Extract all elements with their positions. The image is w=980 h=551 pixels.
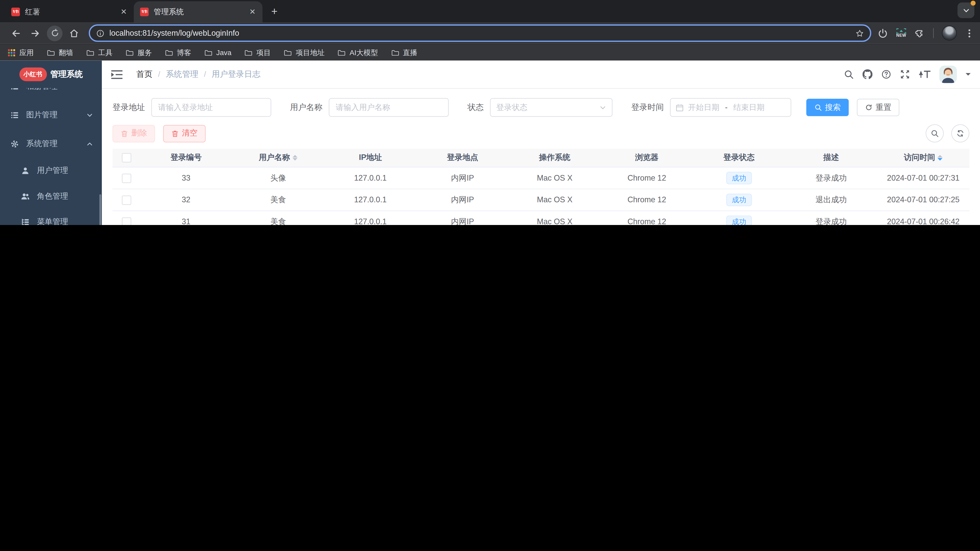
column-label: 用户名称 xyxy=(259,153,290,162)
forward-icon[interactable] xyxy=(30,28,41,38)
username-input[interactable] xyxy=(329,98,449,117)
row-checkbox[interactable] xyxy=(121,217,131,225)
bookmark-label: 应用 xyxy=(19,48,34,57)
filter-label-time: 登录时间 xyxy=(631,102,663,113)
trash-icon xyxy=(171,130,179,137)
bookmark-star-icon[interactable] xyxy=(856,29,864,37)
tab-close-icon[interactable]: ✕ xyxy=(248,7,258,17)
table-row[interactable]: 33头像127.0.0.1内网IPMac OS XChrome 12成功登录成功… xyxy=(113,167,969,189)
sidebar-fold-icon[interactable] xyxy=(111,70,123,79)
tab-close-icon[interactable]: ✕ xyxy=(119,7,129,17)
login-address-input[interactable] xyxy=(151,98,271,117)
browser-tab-2-active[interactable]: 管理系统 ✕ xyxy=(134,1,262,22)
cell-status: 成功 xyxy=(693,167,785,189)
sidebar-item-label: 用户管理 xyxy=(37,165,68,176)
bookmark-label: AI大模型 xyxy=(350,48,378,57)
status-badge: 成功 xyxy=(726,194,752,206)
row-checkbox[interactable] xyxy=(121,173,131,183)
checkbox-cell xyxy=(113,167,140,189)
breadcrumb-item[interactable]: 首页 xyxy=(136,68,153,80)
sidebar-item-相册管理[interactable]: 相册管理 xyxy=(0,88,102,100)
clear-button[interactable]: 清空 xyxy=(163,125,206,142)
user-avatar[interactable] xyxy=(939,65,957,83)
site-info-icon[interactable] xyxy=(96,29,104,37)
bookmark-item[interactable]: 工具 xyxy=(86,48,113,57)
table-row[interactable]: 32美食127.0.0.1内网IPMac OS XChrome 12成功退出成功… xyxy=(113,189,969,211)
chevron-down-icon xyxy=(600,104,606,111)
login-time-range-picker[interactable]: 开始日期 - 结束日期 xyxy=(670,98,791,117)
browser-tab-1[interactable]: 红薯 ✕ xyxy=(5,1,134,22)
column-label: 访问时间 xyxy=(904,153,935,162)
main-content: 首页/系统管理/用户登录日志 登录地址 用户名称 状态 xyxy=(102,61,980,225)
brand-badge: 小红书 xyxy=(19,67,47,81)
folder-icon xyxy=(86,48,94,57)
status-select[interactable]: 登录状态 xyxy=(490,98,612,117)
new-tab-button[interactable]: + xyxy=(266,4,283,20)
cell-user: 头像 xyxy=(232,167,325,189)
folder-icon xyxy=(165,48,173,57)
font-size-icon[interactable] xyxy=(919,69,931,79)
column-header-用户名称[interactable]: 用户名称 xyxy=(232,149,325,167)
table-row[interactable]: 31美食127.0.0.1内网IPMac OS XChrome 12成功登录成功… xyxy=(113,211,969,225)
caret-down-icon[interactable] xyxy=(966,73,971,78)
delete-button[interactable]: 删除 xyxy=(113,125,155,142)
bookmark-item[interactable]: 博客 xyxy=(165,48,191,57)
column-label: 浏览器 xyxy=(635,153,659,162)
sidebar-item-label: 图片管理 xyxy=(26,110,57,121)
window-chevron-button[interactable] xyxy=(958,3,974,18)
bookmark-item[interactable]: AI大模型 xyxy=(338,48,378,57)
row-checkbox[interactable] xyxy=(121,195,131,205)
bookmark-item[interactable]: 应用 xyxy=(7,48,34,57)
table-toolbar: 删除 清空 xyxy=(102,122,980,149)
bookmark-item[interactable]: 直播 xyxy=(391,48,417,57)
bookmark-item[interactable]: 项目 xyxy=(245,48,271,57)
column-header-访问时间[interactable]: 访问时间 xyxy=(877,149,969,167)
filter-label-status: 状态 xyxy=(468,102,484,113)
sidebar-item-系统管理[interactable]: 系统管理 xyxy=(0,129,102,158)
select-all-checkbox[interactable] xyxy=(121,153,131,162)
status-badge: 成功 xyxy=(726,216,752,225)
column-header-登录编号: 登录编号 xyxy=(140,149,232,167)
sort-carets-icon[interactable] xyxy=(293,155,298,161)
column-label: 描述 xyxy=(823,153,839,162)
list-icon xyxy=(10,88,19,91)
sidebar-item-角色管理[interactable]: 角色管理 xyxy=(0,184,102,209)
breadcrumb-separator: / xyxy=(158,70,160,79)
address-bar[interactable]: localhost:81/system/log/webLoginInfo xyxy=(89,24,871,42)
table-utility-buttons xyxy=(926,124,969,142)
trash-icon xyxy=(121,130,128,137)
sidebar-item-用户管理[interactable]: 用户管理 xyxy=(0,158,102,184)
filter-label-username: 用户名称 xyxy=(290,102,322,113)
extensions-puzzle-icon[interactable] xyxy=(915,28,925,38)
search-icon[interactable] xyxy=(844,69,854,79)
fullscreen-icon[interactable] xyxy=(900,69,910,79)
new-extension-icon[interactable]: NEW xyxy=(896,28,906,38)
toolbar-right: NEW xyxy=(877,25,974,41)
sidebar-logo[interactable]: 小红书 管理系统 xyxy=(0,61,102,88)
sidebar-item-图片管理[interactable]: 图片管理 xyxy=(0,100,102,129)
search-button[interactable]: 搜索 xyxy=(806,99,849,116)
sort-carets-icon[interactable] xyxy=(938,155,943,161)
reload-button[interactable] xyxy=(47,25,62,41)
bookmark-item[interactable]: Java xyxy=(204,48,231,57)
github-icon[interactable] xyxy=(862,69,873,79)
folder-icon xyxy=(47,48,55,57)
refresh-table-button[interactable] xyxy=(951,124,969,142)
home-icon[interactable] xyxy=(68,28,80,38)
reset-button[interactable]: 重置 xyxy=(857,99,900,116)
bookmark-item[interactable]: 项目地址 xyxy=(284,48,325,57)
show-search-button[interactable] xyxy=(926,124,944,142)
kebab-menu-icon[interactable] xyxy=(965,28,974,38)
browser-profile-avatar[interactable] xyxy=(942,25,957,41)
back-icon[interactable] xyxy=(11,28,21,38)
folder-icon xyxy=(126,48,134,57)
cell-user: 美食 xyxy=(232,211,325,225)
help-icon[interactable] xyxy=(881,69,891,79)
power-extension-icon[interactable] xyxy=(877,28,888,38)
sidebar-scrollbar[interactable] xyxy=(99,194,101,225)
page-header: 首页/系统管理/用户登录日志 xyxy=(102,61,980,89)
sidebar-item-菜单管理[interactable]: 菜单管理 xyxy=(0,209,102,225)
bookmark-item[interactable]: 服务 xyxy=(126,48,152,57)
bookmark-item[interactable]: 翻墙 xyxy=(47,48,73,57)
search-icon xyxy=(931,129,939,138)
